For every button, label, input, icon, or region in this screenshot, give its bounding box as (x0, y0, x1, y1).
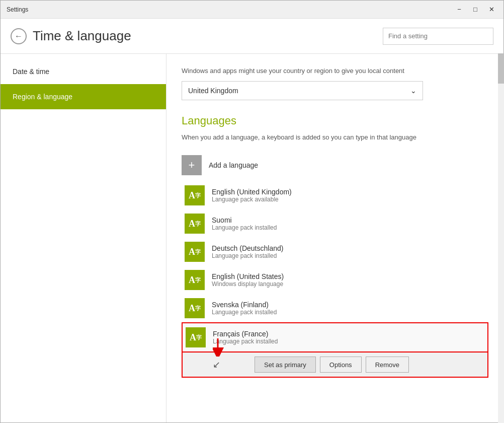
main-content: Windows and apps might use your country … (166, 54, 503, 423)
language-icon: A字 (185, 270, 205, 290)
set-as-primary-button[interactable]: Set as primary (255, 357, 316, 373)
language-info: English (United Kingdom) Language pack a… (212, 188, 292, 203)
close-button[interactable]: ✕ (485, 4, 497, 16)
back-button[interactable]: ← (11, 28, 27, 44)
scrollbar-thumb[interactable] (498, 54, 503, 84)
add-language-label: Add a language (209, 161, 258, 169)
language-info: Suomi Language pack installed (212, 216, 277, 231)
language-icon: A字 (185, 214, 205, 234)
language-icon: A字 (185, 185, 205, 205)
sidebar: Date & time Region & language (1, 54, 166, 423)
region-description: Windows and apps might use your country … (182, 66, 488, 76)
list-item[interactable]: A字 Deutsch (Deutschland) Language pack i… (182, 238, 488, 266)
language-name: Suomi (212, 216, 277, 224)
country-value: United Kingdom (188, 87, 238, 95)
sidebar-item-date-time-label: Date & time (13, 67, 49, 76)
cursor-icon: ↙ (213, 359, 220, 370)
language-info: Svenska (Finland) Language pack installe… (212, 301, 277, 316)
maximize-button[interactable]: □ (469, 4, 481, 16)
language-name: Deutsch (Deutschland) (212, 244, 283, 252)
add-language-button[interactable]: + Add a language (182, 152, 488, 178)
language-status: Windows display language (212, 280, 284, 288)
title-bar-controls: − □ ✕ (453, 4, 497, 16)
minimize-button[interactable]: − (453, 4, 465, 16)
language-icon: A字 (185, 298, 205, 318)
language-name: English (United States) (212, 272, 284, 280)
language-info: English (United States) Windows display … (212, 272, 284, 288)
sidebar-item-region-language[interactable]: Region & language (1, 84, 166, 109)
search-input[interactable] (383, 28, 493, 45)
language-icon-selected: A字 (186, 327, 206, 347)
language-status: Language pack available (212, 196, 292, 203)
layout: Date & time Region & language Windows an… (1, 54, 503, 423)
red-arrow-icon (213, 338, 253, 357)
sidebar-item-date-time[interactable]: Date & time (1, 59, 166, 84)
list-item[interactable]: A字 English (United Kingdom) Language pac… (182, 181, 488, 209)
language-info: Deutsch (Deutschland) Language pack inst… (212, 244, 283, 259)
list-item[interactable]: A字 English (United States) Windows displ… (182, 266, 488, 294)
languages-description: When you add a language, a keyboard is a… (182, 132, 488, 143)
language-status: Language pack installed (212, 309, 277, 316)
sidebar-item-region-language-label: Region & language (13, 93, 72, 101)
add-icon: + (182, 155, 202, 175)
title-bar-title: Settings (7, 6, 28, 13)
remove-button[interactable]: Remove (366, 357, 409, 373)
language-name: English (United Kingdom) (212, 188, 292, 196)
action-row-container: ↙ Set as primary Options Remove (182, 352, 488, 378)
country-dropdown[interactable]: United Kingdom ⌄ (182, 81, 423, 100)
page-title: Time & language (33, 28, 131, 44)
language-status: Language pack installed (212, 252, 283, 259)
options-button[interactable]: Options (320, 357, 362, 373)
selected-language-name: Français (France) (213, 330, 278, 338)
title-bar: Settings − □ ✕ (1, 1, 503, 19)
language-status: Language pack installed (212, 224, 277, 231)
list-item[interactable]: A字 Suomi Language pack installed (182, 209, 488, 238)
scrollbar-track (498, 54, 503, 423)
languages-title: Languages (182, 114, 488, 127)
language-name: Svenska (Finland) (212, 301, 277, 309)
header-left: ← Time & language (11, 28, 131, 44)
list-item[interactable]: A字 Svenska (Finland) Language pack insta… (182, 294, 488, 322)
back-arrow-icon: ← (15, 32, 23, 41)
chevron-down-icon: ⌄ (410, 87, 416, 95)
language-icon: A字 (185, 242, 205, 262)
header: ← Time & language (1, 19, 503, 54)
